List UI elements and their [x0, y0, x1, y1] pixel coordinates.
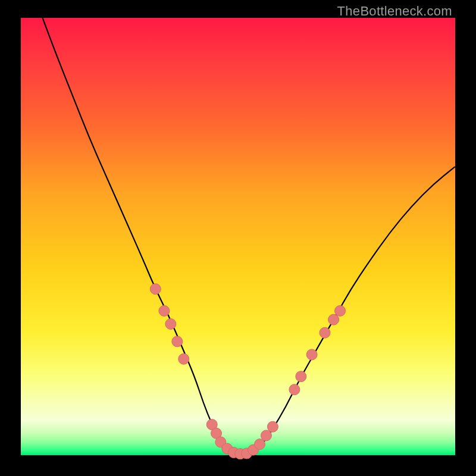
marker-dot	[328, 314, 339, 325]
marker-dot	[159, 305, 170, 316]
marker-dot	[289, 384, 300, 395]
marker-dot	[255, 439, 265, 450]
marker-dot	[267, 421, 278, 432]
marker-dot	[296, 371, 306, 382]
bottleneck-curve	[43, 18, 456, 454]
chart-frame: TheBottleneck.com	[0, 0, 476, 476]
marker-dot	[306, 349, 317, 360]
watermark-text: TheBottleneck.com	[337, 4, 452, 19]
marker-dot	[178, 353, 189, 364]
marker-dots	[150, 284, 345, 459]
marker-dot	[335, 305, 346, 316]
marker-dot	[261, 430, 271, 441]
plot-area	[21, 18, 455, 455]
marker-dot	[320, 327, 330, 338]
curve-svg	[21, 18, 455, 455]
marker-dot	[165, 319, 176, 330]
marker-dot	[172, 336, 183, 347]
marker-dot	[150, 284, 161, 295]
